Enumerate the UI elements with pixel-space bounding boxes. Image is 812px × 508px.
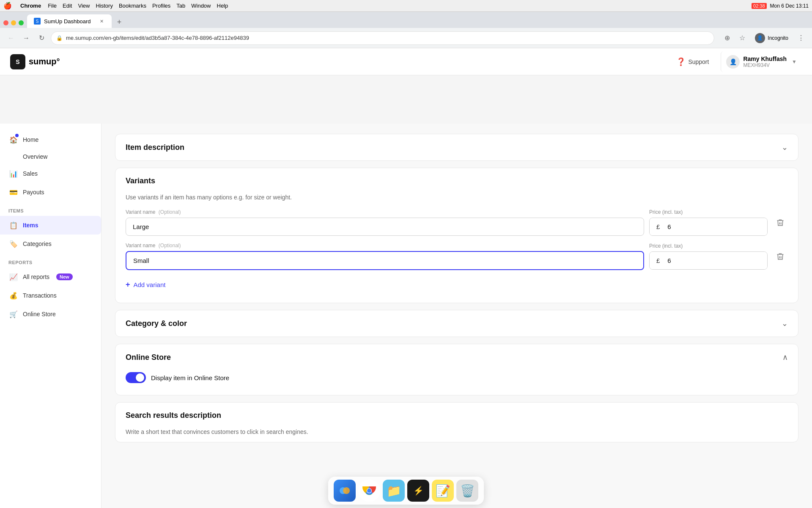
url-text: me.sumup.com/en-gb/items/edit/ad3b5a87-3…: [66, 35, 249, 41]
app-name: Chrome: [20, 3, 41, 9]
transactions-icon: 💰: [8, 290, 19, 301]
new-badge: New: [56, 273, 73, 280]
sidebar-item-transactions[interactable]: 💰 Transactions: [0, 286, 101, 305]
dock-finder-icon[interactable]: [334, 480, 356, 502]
close-window-button[interactable]: [3, 20, 8, 25]
variants-title: Variants: [126, 177, 155, 185]
support-label: Support: [688, 58, 709, 65]
window-menu[interactable]: Window: [191, 3, 211, 9]
dock-trash-icon[interactable]: 🗑️: [456, 480, 478, 502]
search-desc-subtitle: Write a short text that convinces custom…: [126, 428, 788, 435]
variant1-name-input[interactable]: [126, 218, 644, 236]
edit-menu[interactable]: Edit: [63, 3, 72, 9]
back-button[interactable]: ←: [5, 32, 17, 44]
search-desc-header: Search results description: [115, 403, 798, 428]
minimize-window-button[interactable]: [11, 20, 16, 25]
browser-tab[interactable]: S SumUp Dashboard ✕: [27, 14, 112, 28]
sidebar-item-sales[interactable]: 📊 Sales: [0, 164, 101, 183]
sidebar-item-all-reports[interactable]: 📈 All reports New: [0, 268, 101, 286]
variant1-delete-button[interactable]: [773, 215, 788, 230]
dock: 📁 ⚡ 📝 🗑️: [328, 477, 484, 505]
sumup-logo: S sumup°: [10, 54, 60, 69]
variant-row-1: Variant name (Optional) Price (incl. tax…: [126, 209, 788, 236]
variant2-price-input[interactable]: [664, 252, 767, 269]
battery-status: 02:38: [752, 3, 767, 9]
sidebar: 🏠 Home Overview 📊 Sales 💳 Payouts ITEMS …: [0, 124, 102, 508]
file-menu[interactable]: File: [48, 3, 57, 9]
display-toggle-label: Display item in Online Store: [151, 374, 229, 381]
profile-avatar: 👤: [755, 33, 765, 43]
sidebar-item-overview[interactable]: Overview: [0, 149, 101, 164]
view-menu[interactable]: View: [78, 3, 90, 9]
variants-section: Variants Use variants if an item has man…: [115, 168, 798, 303]
sidebar-item-home[interactable]: 🏠 Home: [0, 130, 101, 149]
online-store-chevron-icon: ∧: [782, 353, 788, 362]
add-icon: +: [126, 280, 130, 289]
payouts-icon: 💳: [8, 187, 19, 197]
overview-label: Overview: [23, 153, 47, 160]
fullscreen-window-button[interactable]: [19, 20, 24, 25]
forward-button[interactable]: →: [20, 32, 32, 44]
support-button[interactable]: ❓ Support: [671, 54, 714, 70]
categories-label: Categories: [23, 240, 52, 247]
dock-sumup-icon[interactable]: ⚡: [407, 480, 429, 502]
tab-menu[interactable]: Tab: [176, 3, 185, 9]
variant1-price-input[interactable]: [664, 218, 767, 235]
menu-items: File Edit View History Bookmarks Profile…: [48, 3, 228, 9]
traffic-lights: [3, 20, 24, 28]
category-color-header[interactable]: Category & color ⌄: [115, 310, 798, 337]
variant1-price-wrapper: £: [649, 218, 768, 236]
variant1-price-group: Price (incl. tax) £: [649, 209, 768, 236]
main-layout: 🏠 Home Overview 📊 Sales 💳 Payouts ITEMS …: [0, 124, 812, 508]
reload-button[interactable]: ↻: [36, 32, 47, 44]
bookmarks-menu[interactable]: Bookmarks: [119, 3, 146, 9]
sales-icon: 📊: [8, 168, 19, 179]
user-info: Ramy Khuffash MEXH934V: [743, 55, 787, 68]
category-color-section: Category & color ⌄: [115, 310, 798, 337]
app-topbar: S sumup° ❓ Support 👤 Ramy Khuffash MEXH9…: [0, 48, 812, 75]
search-desc-section: Search results description Write a short…: [115, 402, 798, 442]
menubar-right: 02:38 Mon 6 Dec 13:11: [752, 3, 809, 9]
variant2-delete-button[interactable]: [773, 249, 788, 264]
user-name: Ramy Khuffash: [743, 55, 787, 62]
cast-icon[interactable]: ⊕: [721, 32, 733, 44]
svg-point-2: [343, 487, 350, 494]
tab-close-button[interactable]: ✕: [98, 18, 105, 25]
apple-menu[interactable]: 🍎: [3, 2, 12, 10]
online-store-body: Display item in Online Store: [115, 370, 798, 395]
dock-chrome-icon[interactable]: [358, 480, 380, 502]
more-options-button[interactable]: ⋮: [795, 32, 807, 44]
new-tab-button[interactable]: +: [113, 16, 125, 28]
bookmark-icon[interactable]: ☆: [736, 32, 748, 44]
items-section-label: ITEMS: [0, 202, 101, 216]
help-menu[interactable]: Help: [217, 3, 228, 9]
item-description-title: Item description: [126, 143, 184, 152]
items-icon: 📋: [8, 220, 19, 230]
profile-label: Incognito: [768, 35, 788, 41]
online-store-title: Online Store: [126, 353, 171, 362]
sidebar-item-categories[interactable]: 🏷️ Categories: [0, 235, 101, 253]
history-menu[interactable]: History: [96, 3, 112, 9]
add-variant-button[interactable]: + Add variant: [126, 277, 165, 293]
sidebar-item-items[interactable]: 📋 Items: [0, 216, 101, 235]
menubar-time: Mon 6 Dec 13:11: [770, 3, 809, 9]
variant1-price-label: Price (incl. tax): [649, 209, 768, 215]
online-store-label: Online Store: [23, 311, 56, 318]
dock-notes-icon[interactable]: 📝: [432, 480, 454, 502]
display-toggle[interactable]: [126, 372, 146, 383]
variant1-currency: £: [650, 218, 664, 235]
online-store-header[interactable]: Online Store ∧: [115, 344, 798, 370]
item-description-header[interactable]: Item description ⌄: [115, 134, 798, 160]
variant2-name-group: Variant name (Optional): [126, 243, 644, 270]
variant2-name-input[interactable]: [126, 251, 644, 270]
profiles-menu[interactable]: Profiles: [152, 3, 170, 9]
user-section[interactable]: 👤 Ramy Khuffash MEXH934V ▼: [721, 52, 802, 72]
profile-button[interactable]: 👤 Incognito: [752, 31, 792, 45]
user-id: MEXH934V: [743, 62, 787, 68]
variant2-price-wrapper: £: [649, 251, 768, 270]
item-description-section: Item description ⌄: [115, 134, 798, 161]
url-bar[interactable]: 🔒 me.sumup.com/en-gb/items/edit/ad3b5a87…: [51, 31, 714, 45]
sidebar-item-online-store[interactable]: 🛒 Online Store: [0, 305, 101, 323]
dock-files-icon[interactable]: 📁: [383, 480, 405, 502]
sidebar-item-payouts[interactable]: 💳 Payouts: [0, 183, 101, 202]
